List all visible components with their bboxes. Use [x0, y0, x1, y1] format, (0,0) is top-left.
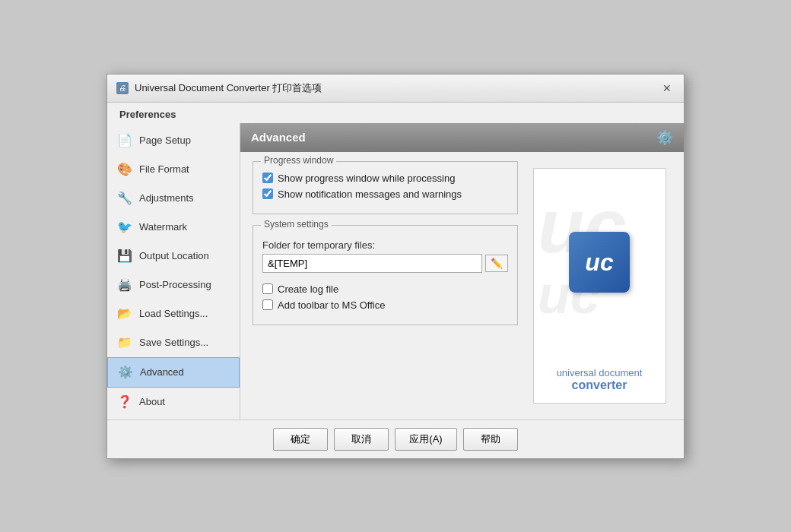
sidebar-item-load-settings[interactable]: 📂 Load Settings...	[107, 299, 240, 328]
progress-window-legend: Progress window	[261, 155, 336, 166]
show-notifications-label: Show notification messages and warnings	[278, 188, 462, 200]
cancel-button[interactable]: 取消	[334, 428, 389, 451]
folder-input-row: ✏️	[262, 254, 508, 273]
sidebar-label-about: About	[139, 396, 165, 407]
panel-left: Progress window Show progress window whi…	[253, 161, 518, 410]
show-progress-checkbox[interactable]	[262, 173, 273, 183]
create-log-checkbox[interactable]	[262, 283, 273, 294]
sidebar-item-output-location[interactable]: 💾 Output Location	[107, 242, 240, 271]
sidebar-item-adjustments[interactable]: 🔧 Adjustments	[107, 184, 240, 213]
sidebar-label-post-processing: Post-Processing	[139, 279, 211, 290]
adjustments-icon: 🔧	[116, 190, 133, 207]
logo-text-area: universal document converter	[534, 356, 666, 403]
panel-header: Advanced ⚙️	[240, 123, 684, 152]
title-bar: 🖨 Universal Document Converter 打印首选项 ✕	[107, 74, 684, 103]
add-toolbar-row[interactable]: Add toolbar to MS Office	[262, 299, 508, 311]
file-format-icon: 🎨	[116, 161, 133, 178]
sidebar-label-load-settings: Load Settings...	[139, 308, 208, 319]
system-settings-group: System settings Folder for temporary fil…	[253, 225, 518, 325]
logo-line1: universal document	[542, 367, 658, 378]
create-log-label: Create log file	[278, 283, 338, 295]
folder-input[interactable]	[262, 254, 482, 273]
preferences-label: Preferences	[107, 103, 684, 123]
apply-button[interactable]: 应用(A)	[395, 428, 456, 451]
app-icon: 🖨	[116, 82, 129, 94]
save-settings-icon: 📁	[116, 334, 133, 351]
content-panel: Advanced ⚙️ Progress window Show progres…	[240, 123, 684, 420]
logo-box: uc uc uc universal document conver	[533, 168, 666, 404]
logo-letters: uc	[585, 249, 613, 277]
title-bar-left: 🖨 Universal Document Converter 打印首选项	[116, 81, 322, 95]
sidebar-item-watermark[interactable]: 🐦 Watermark	[107, 213, 240, 242]
sidebar-label-save-settings: Save Settings...	[139, 337, 208, 348]
sidebar-label-file-format: File Format	[139, 163, 189, 175]
about-icon: ❓	[116, 394, 133, 410]
sidebar-label-page-setup: Page Setup	[139, 135, 191, 146]
sidebar-label-watermark: Watermark	[139, 221, 187, 233]
sidebar-item-file-format[interactable]: 🎨 File Format	[107, 155, 240, 184]
sidebar-label-advanced: Advanced	[140, 366, 184, 378]
post-processing-icon: 🖨️	[116, 277, 133, 293]
show-notifications-checkbox[interactable]	[262, 188, 273, 199]
output-location-icon: 💾	[116, 248, 133, 264]
progress-window-group: Progress window Show progress window whi…	[253, 161, 518, 214]
sidebar-item-page-setup[interactable]: 📄 Page Setup	[107, 126, 240, 155]
add-toolbar-label: Add toolbar to MS Office	[278, 299, 385, 311]
sidebar-item-about[interactable]: ❓ About	[107, 388, 240, 416]
logo-main-icon: uc	[569, 232, 630, 293]
panel-right: uc uc uc universal document conver	[527, 161, 672, 410]
system-settings-legend: System settings	[261, 219, 332, 230]
help-button[interactable]: 帮助	[463, 428, 518, 451]
sidebar-item-advanced[interactable]: ⚙️ Advanced	[107, 357, 240, 388]
panel-header-icon: ⚙️	[656, 129, 673, 146]
logo-line2: converter	[542, 378, 658, 392]
add-toolbar-checkbox[interactable]	[262, 299, 273, 310]
show-progress-row[interactable]: Show progress window while processing	[262, 173, 508, 184]
sidebar: 📄 Page Setup 🎨 File Format 🔧 Adjustments…	[107, 123, 240, 420]
panel-body: Progress window Show progress window whi…	[240, 152, 684, 420]
close-button[interactable]: ✕	[659, 81, 675, 96]
dialog-body: Preferences 📄 Page Setup 🎨 File Format 🔧…	[107, 103, 684, 458]
system-checks: Create log file Add toolbar to MS Office	[262, 283, 508, 311]
ok-button[interactable]: 确定	[273, 428, 328, 451]
watermark-icon: 🐦	[116, 219, 133, 236]
bottom-bar: 确定 取消 应用(A) 帮助	[107, 420, 684, 458]
logo-watermark-area: uc uc uc	[534, 169, 666, 356]
create-log-row[interactable]: Create log file	[262, 283, 508, 295]
show-progress-label: Show progress window while processing	[278, 173, 455, 184]
sidebar-label-output-location: Output Location	[139, 250, 209, 261]
main-content: 📄 Page Setup 🎨 File Format 🔧 Adjustments…	[107, 123, 684, 420]
folder-label: Folder for temporary files:	[262, 239, 508, 251]
advanced-icon: ⚙️	[117, 364, 134, 381]
sidebar-item-post-processing[interactable]: 🖨️ Post-Processing	[107, 271, 240, 299]
page-setup-icon: 📄	[116, 132, 133, 149]
folder-browse-button[interactable]: ✏️	[485, 255, 508, 272]
load-settings-icon: 📂	[116, 306, 133, 322]
show-notifications-row[interactable]: Show notification messages and warnings	[262, 188, 508, 200]
window-title: Universal Document Converter 打印首选项	[135, 81, 322, 95]
dialog-window: 🖨 Universal Document Converter 打印首选项 ✕ P…	[106, 74, 685, 459]
panel-title: Advanced	[251, 131, 306, 144]
sidebar-item-save-settings[interactable]: 📁 Save Settings...	[107, 328, 240, 357]
sidebar-label-adjustments: Adjustments	[139, 192, 194, 204]
